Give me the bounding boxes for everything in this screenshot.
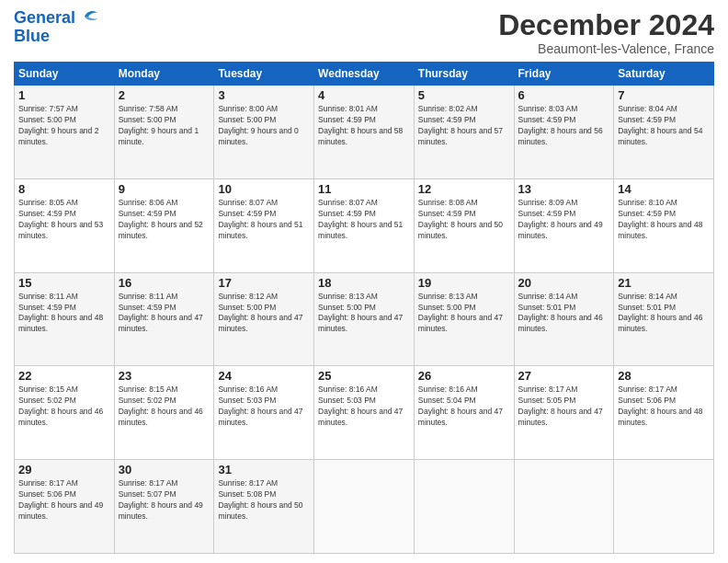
cell-info: Sunrise: 8:17 AMSunset: 5:06 PMDaylight:… <box>18 478 103 521</box>
cell-info: Sunrise: 8:10 AMSunset: 4:59 PMDaylight:… <box>618 198 702 240</box>
calendar-cell: 2 Sunrise: 7:58 AMSunset: 5:00 PMDayligh… <box>114 86 214 179</box>
day-number: 21 <box>618 276 710 290</box>
day-number: 2 <box>119 88 210 102</box>
cell-info: Sunrise: 8:17 AMSunset: 5:05 PMDaylight:… <box>518 385 603 427</box>
calendar-cell <box>414 460 514 554</box>
calendar-cell: 17 Sunrise: 8:12 AMSunset: 5:00 PMDaylig… <box>214 272 314 366</box>
calendar-cell: 30 Sunrise: 8:17 AMSunset: 5:07 PMDaylig… <box>114 460 214 554</box>
day-number: 17 <box>218 276 310 290</box>
day-number: 8 <box>18 182 110 196</box>
week-row-2: 15 Sunrise: 8:11 AMSunset: 4:59 PMDaylig… <box>15 272 714 366</box>
calendar-cell: 8 Sunrise: 8:05 AMSunset: 4:59 PMDayligh… <box>15 178 115 272</box>
day-number: 24 <box>218 369 310 383</box>
cell-info: Sunrise: 8:16 AMSunset: 5:04 PMDaylight:… <box>418 385 503 427</box>
header-tuesday: Tuesday <box>214 63 314 86</box>
header-friday: Friday <box>514 63 614 86</box>
week-row-3: 22 Sunrise: 8:15 AMSunset: 5:02 PMDaylig… <box>15 366 714 460</box>
calendar-cell: 23 Sunrise: 8:15 AMSunset: 5:02 PMDaylig… <box>114 366 214 460</box>
calendar-cell: 28 Sunrise: 8:17 AMSunset: 5:06 PMDaylig… <box>614 366 714 460</box>
day-number: 3 <box>218 88 310 102</box>
cell-info: Sunrise: 8:13 AMSunset: 5:00 PMDaylight:… <box>418 292 503 334</box>
calendar-cell: 1 Sunrise: 7:57 AMSunset: 5:00 PMDayligh… <box>15 86 115 179</box>
calendar-cell: 14 Sunrise: 8:10 AMSunset: 4:59 PMDaylig… <box>614 178 714 272</box>
calendar-header: SundayMondayTuesdayWednesdayThursdayFrid… <box>15 63 714 86</box>
cell-info: Sunrise: 8:05 AMSunset: 4:59 PMDaylight:… <box>18 198 103 240</box>
day-number: 31 <box>218 463 310 477</box>
calendar-cell: 29 Sunrise: 8:17 AMSunset: 5:06 PMDaylig… <box>15 460 115 554</box>
week-row-0: 1 Sunrise: 7:57 AMSunset: 5:00 PMDayligh… <box>15 86 714 179</box>
logo: General Blue <box>14 9 97 46</box>
calendar-cell: 13 Sunrise: 8:09 AMSunset: 4:59 PMDaylig… <box>514 178 614 272</box>
page: General Blue December 2024 Beaumont-les-… <box>0 0 728 563</box>
cell-info: Sunrise: 8:11 AMSunset: 4:59 PMDaylight:… <box>18 292 103 334</box>
cell-info: Sunrise: 8:15 AMSunset: 5:02 PMDaylight:… <box>119 385 203 427</box>
cell-info: Sunrise: 8:04 AMSunset: 4:59 PMDaylight:… <box>618 104 702 146</box>
header-saturday: Saturday <box>614 63 714 86</box>
week-row-1: 8 Sunrise: 8:05 AMSunset: 4:59 PMDayligh… <box>15 178 714 272</box>
day-number: 7 <box>618 88 710 102</box>
calendar-cell: 4 Sunrise: 8:01 AMSunset: 4:59 PMDayligh… <box>314 86 415 179</box>
calendar-cell: 18 Sunrise: 8:13 AMSunset: 5:00 PMDaylig… <box>314 272 415 366</box>
calendar-cell: 11 Sunrise: 8:07 AMSunset: 4:59 PMDaylig… <box>314 178 415 272</box>
calendar-cell: 16 Sunrise: 8:11 AMSunset: 4:59 PMDaylig… <box>114 272 214 366</box>
day-number: 13 <box>518 182 610 196</box>
cell-info: Sunrise: 8:12 AMSunset: 5:00 PMDaylight:… <box>218 292 302 334</box>
day-number: 28 <box>618 369 710 383</box>
day-number: 20 <box>518 276 610 290</box>
cell-info: Sunrise: 8:13 AMSunset: 5:00 PMDaylight:… <box>318 292 403 334</box>
calendar-cell: 22 Sunrise: 8:15 AMSunset: 5:02 PMDaylig… <box>15 366 115 460</box>
cell-info: Sunrise: 8:08 AMSunset: 4:59 PMDaylight:… <box>418 198 503 240</box>
day-number: 23 <box>119 369 210 383</box>
day-number: 11 <box>318 182 410 196</box>
cell-info: Sunrise: 7:58 AMSunset: 5:00 PMDaylight:… <box>119 104 199 146</box>
calendar-body: 1 Sunrise: 7:57 AMSunset: 5:00 PMDayligh… <box>15 86 714 554</box>
calendar-cell: 24 Sunrise: 8:16 AMSunset: 5:03 PMDaylig… <box>214 366 314 460</box>
day-number: 18 <box>318 276 410 290</box>
cell-info: Sunrise: 8:14 AMSunset: 5:01 PMDaylight:… <box>518 292 603 334</box>
calendar-cell: 26 Sunrise: 8:16 AMSunset: 5:04 PMDaylig… <box>414 366 514 460</box>
day-number: 15 <box>18 276 110 290</box>
calendar-cell: 31 Sunrise: 8:17 AMSunset: 5:08 PMDaylig… <box>214 460 314 554</box>
logo-blue: Blue <box>14 28 50 46</box>
header-sunday: Sunday <box>15 63 115 86</box>
day-number: 6 <box>518 88 610 102</box>
day-number: 25 <box>318 369 410 383</box>
header-thursday: Thursday <box>414 63 514 86</box>
cell-info: Sunrise: 8:17 AMSunset: 5:06 PMDaylight:… <box>618 385 702 427</box>
title-block: December 2024 Beaumont-les-Valence, Fran… <box>498 9 714 56</box>
cell-info: Sunrise: 8:16 AMSunset: 5:03 PMDaylight:… <box>318 385 403 427</box>
calendar-cell: 21 Sunrise: 8:14 AMSunset: 5:01 PMDaylig… <box>614 272 714 366</box>
day-number: 12 <box>418 182 510 196</box>
day-number: 29 <box>18 463 110 477</box>
calendar-cell: 27 Sunrise: 8:17 AMSunset: 5:05 PMDaylig… <box>514 366 614 460</box>
cell-info: Sunrise: 8:15 AMSunset: 5:02 PMDaylight:… <box>18 385 103 427</box>
cell-info: Sunrise: 8:17 AMSunset: 5:07 PMDaylight:… <box>119 478 203 521</box>
calendar-cell: 19 Sunrise: 8:13 AMSunset: 5:00 PMDaylig… <box>414 272 514 366</box>
day-number: 1 <box>18 88 110 102</box>
calendar-cell: 20 Sunrise: 8:14 AMSunset: 5:01 PMDaylig… <box>514 272 614 366</box>
header: General Blue December 2024 Beaumont-les-… <box>14 9 714 56</box>
cell-info: Sunrise: 8:06 AMSunset: 4:59 PMDaylight:… <box>119 198 203 240</box>
header-monday: Monday <box>114 63 214 86</box>
calendar-cell <box>514 460 614 554</box>
cell-info: Sunrise: 8:14 AMSunset: 5:01 PMDaylight:… <box>618 292 702 334</box>
calendar-cell: 7 Sunrise: 8:04 AMSunset: 4:59 PMDayligh… <box>614 86 714 179</box>
location-subtitle: Beaumont-les-Valence, France <box>498 41 714 56</box>
day-number: 30 <box>119 463 210 477</box>
logo-bird-icon <box>77 9 97 24</box>
cell-info: Sunrise: 8:03 AMSunset: 4:59 PMDaylight:… <box>518 104 603 146</box>
day-number: 10 <box>218 182 310 196</box>
day-number: 5 <box>418 88 510 102</box>
day-number: 22 <box>18 369 110 383</box>
cell-info: Sunrise: 8:07 AMSunset: 4:59 PMDaylight:… <box>318 198 403 240</box>
header-row: SundayMondayTuesdayWednesdayThursdayFrid… <box>15 63 714 86</box>
header-wednesday: Wednesday <box>314 63 415 86</box>
calendar-cell <box>614 460 714 554</box>
day-number: 27 <box>518 369 610 383</box>
cell-info: Sunrise: 7:57 AMSunset: 5:00 PMDaylight:… <box>18 104 98 146</box>
cell-info: Sunrise: 8:02 AMSunset: 4:59 PMDaylight:… <box>418 104 503 146</box>
cell-info: Sunrise: 8:07 AMSunset: 4:59 PMDaylight:… <box>218 198 302 240</box>
calendar-cell: 3 Sunrise: 8:00 AMSunset: 5:00 PMDayligh… <box>214 86 314 179</box>
week-row-4: 29 Sunrise: 8:17 AMSunset: 5:06 PMDaylig… <box>15 460 714 554</box>
cell-info: Sunrise: 8:01 AMSunset: 4:59 PMDaylight:… <box>318 104 403 146</box>
